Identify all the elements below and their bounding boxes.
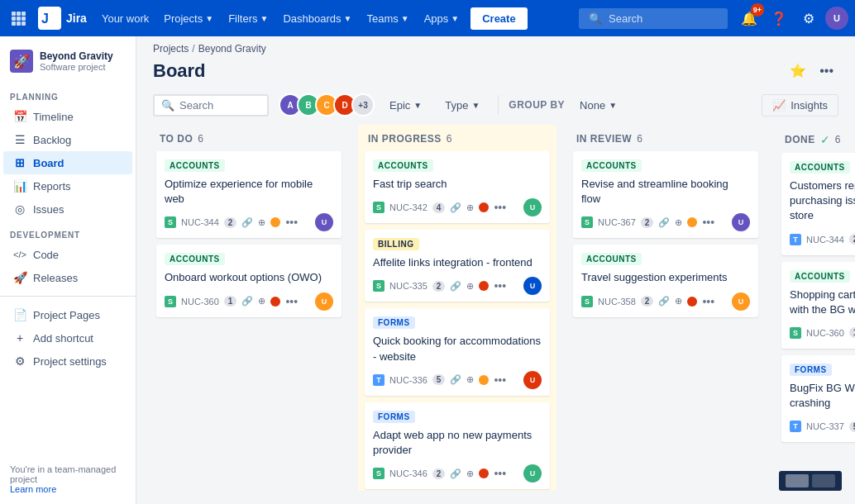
- column-header-todo: TO DO 6: [150, 125, 348, 151]
- card[interactable]: FORMS Adapt web app no new payments prov…: [365, 402, 550, 489]
- priority-icon: [687, 297, 697, 307]
- column-inreview: IN REVIEW 6 ACCOUNTS Revise and streamli…: [566, 125, 765, 324]
- code-icon: </>: [13, 248, 26, 261]
- priority-icon: [479, 281, 489, 291]
- sidebar-item-board[interactable]: ⊞ Board: [3, 151, 132, 174]
- dots-menu: •••: [285, 216, 298, 229]
- search-input[interactable]: [179, 99, 246, 112]
- card[interactable]: ACCOUNTS Customers reporting shopping ca…: [781, 153, 855, 255]
- star-button[interactable]: ⭐: [785, 58, 811, 83]
- card[interactable]: FORMS BugFix BG Web-store app crashing T…: [781, 355, 855, 442]
- more-options-button[interactable]: •••: [814, 58, 838, 83]
- child-icon: ⊕: [466, 202, 474, 213]
- card[interactable]: ACCOUNTS Travel suggestion experiments S…: [573, 245, 758, 316]
- top-nav: J Jira Your work Projects ▼ Filters ▼ Da…: [0, 0, 855, 36]
- type-filter-btn[interactable]: Type ▼: [437, 96, 488, 115]
- dots-menu: •••: [285, 295, 298, 308]
- card-footer: T NUC-336 5 🔗 ⊕ ••• U: [373, 371, 542, 389]
- card-meta: T NUC-336 5 🔗 ⊕ •••: [373, 373, 506, 387]
- priority-icon: [479, 202, 489, 212]
- projects-btn[interactable]: Projects ▼: [157, 9, 220, 28]
- apps-btn[interactable]: Apps ▼: [418, 9, 466, 28]
- column-done: DONE ✓ 6 ACCOUNTS Customers reporting sh…: [775, 125, 855, 449]
- card-label: ACCOUNTS: [581, 253, 642, 265]
- svg-rect-1: [17, 12, 21, 16]
- svg-rect-3: [12, 17, 16, 21]
- insights-btn[interactable]: 📈 Insights: [762, 94, 838, 116]
- card-meta: S NUC-358 2 🔗 ⊕ •••: [581, 295, 714, 308]
- column-todo: TO DO 6 ACCOUNTS Optimize experience for…: [150, 125, 348, 324]
- priority-icon: [479, 375, 489, 385]
- card-avatar: U: [523, 371, 542, 389]
- done-check-icon: ✓: [820, 133, 830, 146]
- story-points: 2: [641, 217, 654, 228]
- minimap-page-2[interactable]: [812, 474, 835, 487]
- minimap: [779, 471, 842, 491]
- search-bar[interactable]: 🔍 Search: [579, 8, 728, 29]
- sidebar-item-project-pages[interactable]: 📄 Project Pages: [3, 303, 132, 326]
- card-title: Fast trip search: [373, 177, 542, 192]
- sidebar-item-label: Board: [33, 157, 64, 169]
- story-points: 1: [849, 327, 855, 338]
- card-label: FORMS: [373, 316, 415, 329]
- breadcrumb-project[interactable]: Beyond Gravity: [198, 43, 266, 55]
- minimap-page-1[interactable]: [786, 474, 809, 487]
- sidebar-project[interactable]: 🚀 Beyond Gravity Software project: [0, 43, 136, 79]
- page-header: Board ⭐ •••: [136, 55, 855, 90]
- card[interactable]: BILLING Affelite links integration - fro…: [365, 230, 550, 302]
- sidebar-item-timeline[interactable]: 📅 Timeline: [3, 105, 132, 128]
- story-points: 4: [432, 202, 446, 213]
- learn-more-link[interactable]: Learn more: [10, 484, 56, 494]
- svg-rect-8: [21, 21, 26, 26]
- card[interactable]: FORMS Quick booking for accommodations -…: [365, 308, 550, 395]
- card-type-icon: S: [373, 202, 385, 213]
- sidebar-item-label: Releases: [33, 272, 78, 284]
- create-btn[interactable]: Create: [470, 7, 527, 30]
- group-by-none-btn[interactable]: None ▼: [571, 96, 625, 115]
- search-field[interactable]: 🔍: [153, 94, 269, 116]
- card-title: Quick booking for accommodations - websi…: [373, 334, 542, 364]
- sidebar-item-label: Reports: [33, 180, 71, 193]
- avatar-extra[interactable]: +3: [351, 93, 375, 116]
- card-meta: T NUC-337 5 🔗 ⊕ •••: [790, 420, 855, 433]
- sidebar-item-label: Timeline: [33, 111, 74, 123]
- sidebar-item-reports[interactable]: 📊 Reports: [3, 174, 132, 197]
- add-shortcut-icon: +: [13, 331, 26, 345]
- card-type-icon: T: [790, 234, 801, 245]
- sidebar-item-code[interactable]: </> Code: [3, 243, 132, 266]
- card-type-icon: S: [790, 327, 801, 339]
- dashboards-btn[interactable]: Dashboards ▼: [276, 9, 358, 28]
- card-meta: T NUC-344 2 🔗 ⊕ •••: [790, 233, 855, 246]
- story-points: 5: [432, 374, 446, 385]
- board: TO DO 6 ACCOUNTS Optimize experience for…: [136, 125, 855, 504]
- epic-filter-btn[interactable]: Epic ▼: [381, 96, 430, 115]
- card[interactable]: ACCOUNTS Onboard workout options (OWO) S…: [156, 245, 342, 316]
- card-type-icon: S: [165, 296, 176, 307]
- project-pages-icon: 📄: [13, 308, 26, 321]
- child-icon: ⊕: [466, 468, 474, 479]
- card[interactable]: ACCOUNTS Revise and streamline booking f…: [573, 151, 758, 238]
- user-avatar[interactable]: U: [825, 7, 848, 30]
- sidebar-item-add-shortcut[interactable]: + Add shortcut: [3, 326, 132, 349]
- sidebar-item-project-settings[interactable]: ⚙ Project settings: [3, 349, 132, 373]
- settings-icon[interactable]: ⚙: [795, 5, 822, 31]
- project-settings-icon: ⚙: [13, 354, 26, 368]
- card-meta: S NUC-360 1 🔗 ⊕ •••: [790, 326, 855, 340]
- breadcrumb-projects[interactable]: Projects: [153, 43, 189, 55]
- notifications-icon[interactable]: 🔔 9+: [736, 5, 762, 31]
- card[interactable]: ACCOUNTS Shopping cart purchasing issues…: [781, 262, 855, 349]
- app-switcher-icon[interactable]: [7, 7, 30, 30]
- card[interactable]: ACCOUNTS Optimize experience for mobile …: [156, 151, 342, 238]
- teams-btn[interactable]: Teams ▼: [360, 9, 415, 28]
- card[interactable]: ACCOUNTS Fast trip search S NUC-342 4 🔗 …: [365, 151, 550, 223]
- sidebar-item-issues[interactable]: ◎ Issues: [3, 197, 132, 221]
- your-work-btn[interactable]: Your work: [95, 9, 155, 28]
- jira-logo[interactable]: J Jira: [31, 7, 93, 30]
- sidebar-item-releases[interactable]: 🚀 Releases: [3, 266, 132, 289]
- help-icon[interactable]: ❓: [766, 5, 792, 31]
- child-icon: ⊕: [466, 374, 474, 385]
- link-icon: 🔗: [450, 202, 461, 213]
- filters-btn[interactable]: Filters ▼: [222, 9, 275, 28]
- link-icon: 🔗: [658, 217, 670, 228]
- sidebar-item-backlog[interactable]: ☰ Backlog: [3, 128, 132, 151]
